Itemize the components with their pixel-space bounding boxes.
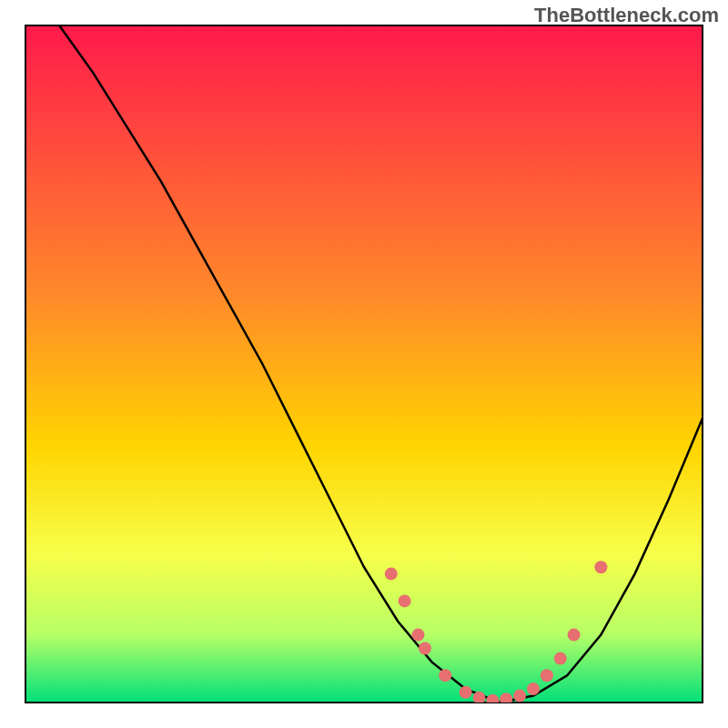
highlight-point bbox=[460, 686, 472, 699]
highlight-point bbox=[594, 561, 607, 573]
highlight-point bbox=[554, 652, 567, 665]
highlight-point bbox=[473, 692, 486, 704]
highlight-point bbox=[412, 629, 425, 642]
highlight-point bbox=[541, 669, 553, 682]
bottleneck-chart: TheBottleneck.com bbox=[0, 0, 728, 728]
highlight-point bbox=[439, 669, 451, 682]
watermark-text: TheBottleneck.com bbox=[534, 4, 719, 27]
highlight-point bbox=[399, 594, 411, 607]
highlight-point bbox=[527, 682, 540, 695]
highlight-point bbox=[385, 568, 398, 581]
chart-svg bbox=[0, 0, 728, 728]
highlight-point bbox=[500, 693, 512, 705]
highlight-point bbox=[419, 642, 431, 655]
highlight-point bbox=[486, 694, 499, 707]
highlight-point bbox=[513, 690, 526, 703]
highlight-point bbox=[568, 629, 581, 642]
